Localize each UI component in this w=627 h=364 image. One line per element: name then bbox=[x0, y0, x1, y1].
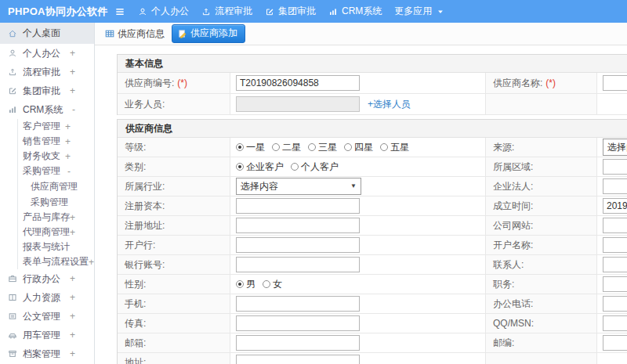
radio-option[interactable]: 一星 bbox=[236, 141, 265, 154]
field-label bbox=[486, 353, 597, 364]
text-input[interactable] bbox=[603, 75, 627, 91]
field-cell: +选择人员 bbox=[230, 94, 486, 114]
field-label: 注册资本: bbox=[118, 196, 230, 215]
sidebar-item[interactable]: 财务收支+ bbox=[17, 149, 94, 164]
topbar-menu-item[interactable]: CRM系统 bbox=[328, 5, 382, 18]
topbar-menu: 个人办公流程审批集团审批CRM系统更多应用 bbox=[138, 5, 445, 18]
radio-option[interactable]: 五星 bbox=[380, 141, 409, 154]
sidebar-item[interactable]: 表单与流程设置+ bbox=[17, 254, 94, 269]
label-text: 联系人: bbox=[493, 258, 524, 272]
label-text: 地址: bbox=[125, 356, 146, 364]
sidebar-item-label: 采购管理 bbox=[31, 196, 68, 209]
expand-icon[interactable]: + bbox=[70, 348, 94, 359]
text-input[interactable] bbox=[236, 218, 360, 233]
readonly-input[interactable] bbox=[236, 96, 360, 112]
text-input[interactable] bbox=[236, 296, 360, 312]
sidebar-item[interactable]: 人力资源+ bbox=[0, 288, 94, 307]
sidebar-item[interactable]: 报表与统计 bbox=[17, 240, 94, 254]
text-input[interactable] bbox=[603, 335, 627, 351]
topbar-menu-item[interactable]: 个人办公 bbox=[138, 5, 189, 18]
text-input[interactable] bbox=[603, 315, 627, 331]
form-row: 性别:男女职务: bbox=[118, 275, 627, 294]
radio-option[interactable]: 二星 bbox=[272, 141, 301, 154]
text-input[interactable] bbox=[603, 257, 627, 272]
expand-icon[interactable]: + bbox=[70, 85, 94, 96]
sidebar-item[interactable]: 公文管理+ bbox=[0, 307, 94, 326]
form-row: 手机:办公电话: bbox=[118, 294, 627, 314]
expand-icon[interactable]: + bbox=[70, 273, 94, 284]
field-label: 供应商编号:(*) bbox=[118, 73, 230, 93]
label-text: 传真: bbox=[125, 317, 146, 330]
topbar-menu-item[interactable]: 更多应用 bbox=[394, 5, 445, 18]
sidebar-item[interactable]: CRM系统- bbox=[0, 100, 94, 119]
radio-option[interactable]: 四星 bbox=[344, 141, 373, 154]
topbar-menu-item[interactable]: 流程审批 bbox=[201, 5, 252, 18]
sidebar-item[interactable]: 采购管理- bbox=[17, 164, 94, 178]
sidebar-item[interactable]: 供应商管理 bbox=[17, 178, 94, 194]
tab-supplier-info[interactable]: 供应商信息 bbox=[105, 27, 165, 41]
radio-group: 一星二星三星四星五星 bbox=[236, 141, 409, 154]
radio-option[interactable]: 男 bbox=[236, 278, 256, 291]
sidebar-item-label: 公文管理 bbox=[23, 310, 60, 323]
radio-option[interactable]: 女 bbox=[263, 278, 282, 291]
expand-icon[interactable]: + bbox=[89, 257, 95, 268]
text-input[interactable] bbox=[236, 75, 360, 91]
text-input[interactable] bbox=[603, 198, 627, 214]
sidebar-item[interactable]: 销售管理+ bbox=[17, 134, 94, 149]
radio-option[interactable]: 个人客户 bbox=[291, 160, 339, 174]
sidebar-item[interactable]: 集团审批+ bbox=[0, 81, 94, 100]
text-input[interactable] bbox=[603, 218, 627, 233]
text-input[interactable] bbox=[603, 178, 627, 194]
radio-icon bbox=[308, 143, 316, 151]
sidebar-item[interactable]: 档案管理+ bbox=[0, 344, 94, 363]
tab-supplier-add[interactable]: 供应商添加 bbox=[172, 24, 245, 43]
sidebar-item[interactable]: 个人办公+ bbox=[0, 44, 94, 63]
topbar-menu-item[interactable]: 集团审批 bbox=[265, 5, 316, 18]
text-input[interactable] bbox=[236, 355, 360, 364]
expand-icon[interactable]: + bbox=[70, 292, 94, 303]
sidebar-item[interactable]: 代理商管理+ bbox=[17, 225, 94, 240]
collapse-icon[interactable]: - bbox=[72, 104, 94, 115]
sidebar-item[interactable]: 客户管理+ bbox=[17, 119, 94, 134]
sidebar-item[interactable]: 采购管理 bbox=[17, 194, 94, 210]
field-cell bbox=[230, 314, 486, 333]
text-input[interactable] bbox=[603, 296, 627, 312]
expand-icon[interactable]: + bbox=[65, 136, 94, 147]
radio-option[interactable]: 三星 bbox=[308, 141, 337, 154]
person-icon bbox=[8, 49, 17, 58]
text-input[interactable] bbox=[236, 198, 360, 214]
select-person-link[interactable]: +选择人员 bbox=[368, 98, 411, 111]
expand-icon[interactable]: + bbox=[70, 311, 94, 322]
text-input[interactable] bbox=[236, 237, 360, 253]
menu-toggle-button[interactable] bbox=[114, 6, 125, 17]
text-input[interactable] bbox=[603, 276, 627, 292]
sidebar-item-label: 销售管理 bbox=[23, 135, 60, 148]
text-input[interactable] bbox=[236, 335, 360, 351]
expand-icon[interactable]: + bbox=[70, 48, 94, 59]
sidebar-item[interactable]: 用车管理+ bbox=[0, 326, 94, 344]
expand-icon[interactable]: + bbox=[70, 212, 95, 223]
text-input[interactable] bbox=[603, 237, 627, 253]
text-input[interactable] bbox=[236, 257, 360, 272]
text-input[interactable] bbox=[603, 159, 627, 175]
sidebar-item-label: 报表与统计 bbox=[23, 240, 70, 254]
sidebar-item[interactable]: 产品与库存+ bbox=[17, 210, 94, 225]
sidebar-item[interactable]: 行政办公+ bbox=[0, 269, 94, 288]
select-value: 选择内容 bbox=[241, 180, 278, 193]
expand-icon[interactable]: + bbox=[70, 330, 94, 341]
expand-icon[interactable]: + bbox=[70, 67, 94, 77]
approve-icon bbox=[265, 7, 274, 16]
sidebar: 个人桌面个人办公+流程审批+集团审批+CRM系统-客户管理+销售管理+财务收支+… bbox=[0, 23, 95, 364]
collapse-icon[interactable]: - bbox=[67, 166, 94, 177]
expand-icon[interactable]: + bbox=[65, 121, 94, 132]
expand-icon[interactable]: + bbox=[70, 227, 95, 238]
field-label: 传真: bbox=[118, 314, 230, 333]
label-text: 注册资本: bbox=[125, 200, 165, 213]
sidebar-item[interactable]: 个人桌面 bbox=[0, 23, 94, 44]
radio-option[interactable]: 企业客户 bbox=[236, 160, 284, 174]
select-dropdown[interactable]: 选择内容▼ bbox=[236, 178, 361, 195]
select-dropdown[interactable]: 选择内容▼ bbox=[603, 139, 627, 156]
text-input[interactable] bbox=[236, 315, 360, 331]
sidebar-item[interactable]: 流程审批+ bbox=[0, 63, 94, 81]
expand-icon[interactable]: + bbox=[65, 151, 94, 162]
